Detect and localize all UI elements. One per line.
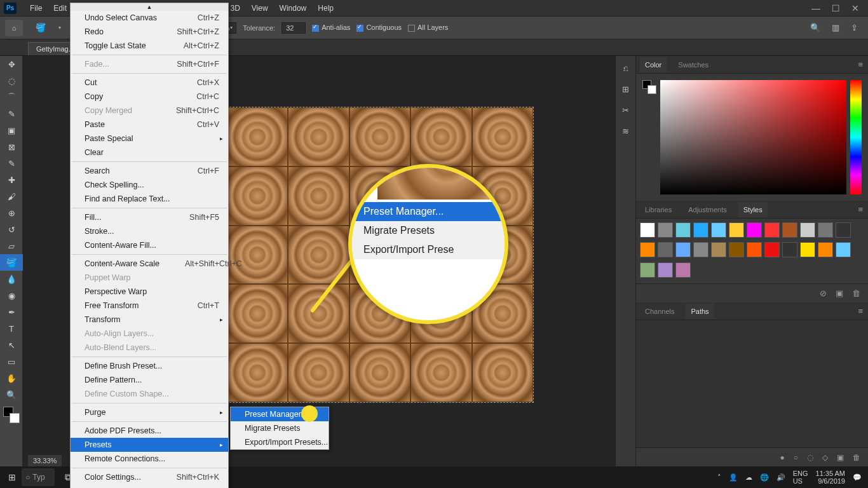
lasso-tool-icon[interactable]: ⌒ xyxy=(0,89,23,105)
current-tool-icon[interactable]: 🪣 xyxy=(29,20,52,36)
menu-item[interactable]: Fill...Shift+F5 xyxy=(71,210,228,224)
path-to-selection-icon[interactable]: ◌ xyxy=(807,453,813,462)
menu-item[interactable]: SearchCtrl+F xyxy=(71,164,228,178)
menu-window[interactable]: Window xyxy=(274,1,313,15)
menu-item[interactable]: Remote Connections... xyxy=(71,452,228,466)
hue-slider[interactable] xyxy=(850,80,862,194)
tab-libraries[interactable]: Libraries xyxy=(640,202,677,217)
menu-item[interactable]: Define Pattern... xyxy=(71,373,228,387)
panel-menu-icon[interactable]: ≡ xyxy=(858,306,868,316)
menu-item[interactable]: Content-Aware ScaleAlt+Shift+Ctrl+C xyxy=(71,257,228,271)
style-swatch[interactable] xyxy=(711,222,726,238)
bucket-tool-icon[interactable]: 🪣 xyxy=(0,254,23,271)
layers-panel-icon[interactable]: ≋ xyxy=(622,126,629,136)
tray-up-icon[interactable]: ˄ xyxy=(717,473,721,482)
panel-menu-icon[interactable]: ≡ xyxy=(858,205,868,214)
brush-tool-icon[interactable]: 🖌 xyxy=(0,188,23,205)
shape-tool-icon[interactable]: ▭ xyxy=(0,353,23,370)
style-swatch[interactable] xyxy=(640,242,655,257)
style-swatch[interactable] xyxy=(675,222,691,238)
all-layers-checkbox[interactable]: All Layers xyxy=(408,24,448,32)
tab-color[interactable]: Color xyxy=(640,57,667,72)
move-tool-icon[interactable]: ✥ xyxy=(0,56,23,72)
new-style-icon[interactable]: ▣ xyxy=(836,288,843,298)
color-field[interactable] xyxy=(660,80,846,194)
menu-item[interactable]: Purge▸ xyxy=(71,405,228,419)
healing-tool-icon[interactable]: ✚ xyxy=(0,172,23,188)
tab-styles[interactable]: Styles xyxy=(738,202,768,217)
menu-item[interactable]: Paste Special▸ xyxy=(71,132,228,146)
tray-people-icon[interactable]: 👤 xyxy=(729,473,738,482)
menu-item[interactable]: PasteCtrl+V xyxy=(71,118,228,132)
tab-swatches[interactable]: Swatches xyxy=(673,57,714,72)
menu-view[interactable]: View xyxy=(246,1,274,15)
stamp-tool-icon[interactable]: ⊕ xyxy=(0,205,23,221)
style-swatch[interactable] xyxy=(818,222,833,238)
selection-to-path-icon[interactable]: ◇ xyxy=(822,453,828,462)
no-style-icon[interactable]: ⊘ xyxy=(820,288,827,298)
menu-item[interactable]: RedoShift+Ctrl+Z xyxy=(71,25,228,39)
style-swatch[interactable] xyxy=(729,222,744,238)
menu-item[interactable]: Stroke... xyxy=(71,224,228,238)
menu-item[interactable]: Free TransformCtrl+T xyxy=(71,299,228,313)
tray-clock[interactable]: 11:35 AM9/6/2019 xyxy=(816,470,845,485)
tab-channels[interactable]: Channels xyxy=(640,304,679,319)
menu-item[interactable]: Assign Profile... xyxy=(71,484,228,488)
style-swatch[interactable] xyxy=(693,242,709,257)
zoom-tool-icon[interactable]: 🔍 xyxy=(0,386,23,403)
menu-item[interactable]: Undo Select CanvasCtrl+Z xyxy=(71,11,228,25)
menu-item[interactable]: Transform▸ xyxy=(71,313,228,327)
tray-lang[interactable]: ENGUS xyxy=(793,470,808,485)
menu-item[interactable]: Clear xyxy=(71,146,228,159)
stroke-path-icon[interactable]: ○ xyxy=(794,453,798,462)
search-icon[interactable]: 🔍 xyxy=(810,23,820,32)
style-swatch[interactable] xyxy=(658,222,673,238)
contiguous-checkbox[interactable]: Contiguous xyxy=(356,24,402,32)
style-swatch[interactable] xyxy=(711,242,726,257)
style-swatch[interactable] xyxy=(658,262,673,278)
eraser-tool-icon[interactable]: ▱ xyxy=(0,238,23,254)
tab-adjustments[interactable]: Adjustments xyxy=(683,202,732,217)
dodge-tool-icon[interactable]: ◉ xyxy=(0,287,23,304)
hand-tool-icon[interactable]: ✋ xyxy=(0,370,23,386)
menu-item[interactable]: Toggle Last StateAlt+Ctrl+Z xyxy=(71,39,228,53)
adjust-panel-icon[interactable]: ✂ xyxy=(622,105,629,115)
start-button[interactable]: ⊞ xyxy=(3,472,22,482)
style-swatch[interactable] xyxy=(782,222,797,238)
style-swatch[interactable] xyxy=(747,222,762,238)
history-panel-icon[interactable]: ⎌ xyxy=(623,64,628,73)
style-swatch[interactable] xyxy=(800,222,815,238)
style-swatch[interactable] xyxy=(782,242,797,257)
minimize-icon[interactable]: — xyxy=(811,3,820,13)
tray-cloud-icon[interactable]: ☁ xyxy=(745,473,752,482)
share-icon[interactable]: ⇪ xyxy=(851,23,858,32)
menu-item[interactable]: Content-Aware Fill... xyxy=(71,238,228,252)
fill-path-icon[interactable]: ● xyxy=(780,453,785,462)
menu-file[interactable]: File xyxy=(24,1,48,15)
style-swatch[interactable] xyxy=(747,242,762,257)
new-path-icon[interactable]: ▣ xyxy=(837,453,844,462)
menu-item[interactable]: Presets▸ xyxy=(71,438,228,452)
menu-item[interactable]: CopyCtrl+C xyxy=(71,90,228,104)
type-tool-icon[interactable]: T xyxy=(0,320,23,337)
menu-help[interactable]: Help xyxy=(312,1,339,15)
style-swatch[interactable] xyxy=(658,242,673,257)
submenu-item[interactable]: Export/Import Presets... xyxy=(231,435,329,449)
tray-network-icon[interactable]: 🌐 xyxy=(760,473,769,482)
style-swatch[interactable] xyxy=(764,242,780,257)
path-select-tool-icon[interactable]: ↖ xyxy=(0,337,23,353)
menu-item[interactable]: Perspective Warp xyxy=(71,285,228,299)
submenu-item[interactable]: Migrate Presets xyxy=(231,421,329,435)
style-swatch[interactable] xyxy=(675,262,691,278)
tray-notifications-icon[interactable]: 💬 xyxy=(853,473,862,482)
style-swatch[interactable] xyxy=(640,222,655,238)
history-brush-tool-icon[interactable]: ↺ xyxy=(0,221,23,238)
trash-icon[interactable]: 🗑 xyxy=(853,453,860,462)
fgbg-swatch-small[interactable] xyxy=(642,80,656,94)
menu-item[interactable]: Find and Replace Text... xyxy=(71,192,228,206)
menu-scroll-up-icon[interactable]: ▲ xyxy=(71,3,228,11)
marquee-tool-icon[interactable]: ◌ xyxy=(0,72,23,89)
style-swatch[interactable] xyxy=(836,242,851,257)
close-icon[interactable]: ✕ xyxy=(851,3,859,13)
eyedropper-tool-icon[interactable]: ✎ xyxy=(0,155,23,172)
